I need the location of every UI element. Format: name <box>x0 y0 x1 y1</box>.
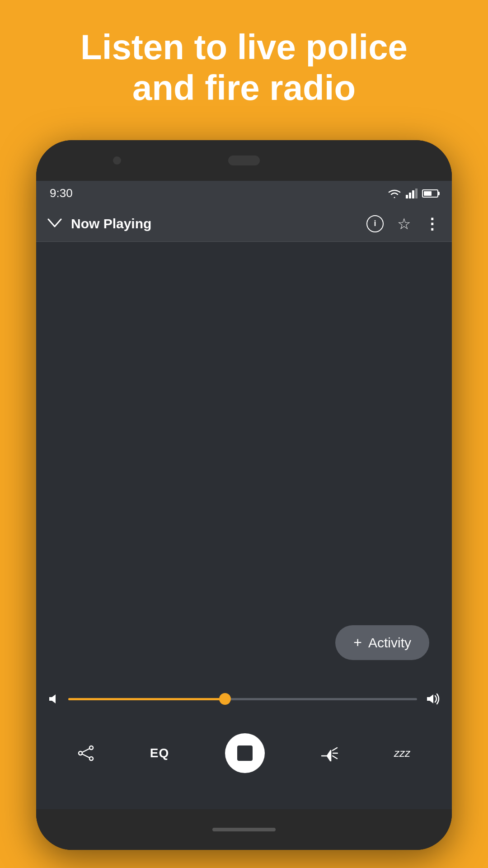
bottom-controls: EQ zzz <box>36 733 452 773</box>
phone-top-bar <box>36 140 452 181</box>
volume-thumb[interactable] <box>219 693 231 705</box>
phone-camera <box>113 156 121 165</box>
activity-button[interactable]: + Activity <box>335 625 429 660</box>
home-indicator <box>212 828 276 831</box>
svg-rect-0 <box>406 195 408 198</box>
back-button[interactable] <box>47 215 62 232</box>
svg-rect-3 <box>415 189 418 198</box>
app-header-right: i ☆ ⋮ <box>366 215 441 233</box>
stop-button[interactable] <box>225 733 265 773</box>
svg-marker-6 <box>49 694 56 703</box>
battery-icon <box>422 189 438 198</box>
svg-line-11 <box>82 749 89 752</box>
svg-line-16 <box>333 756 337 759</box>
svg-rect-1 <box>409 193 411 198</box>
phone-frame: 9:30 <box>36 140 452 850</box>
share-button[interactable] <box>78 745 94 761</box>
svg-line-12 <box>82 754 89 758</box>
app-header-left: Now Playing <box>47 215 151 232</box>
info-button[interactable]: i <box>366 215 384 232</box>
volume-row <box>47 693 441 705</box>
svg-rect-2 <box>412 190 414 198</box>
svg-marker-7 <box>427 694 433 703</box>
sleep-button[interactable]: zzz <box>394 747 410 760</box>
status-icons <box>388 189 438 198</box>
hero-line1: Listen to live police <box>80 27 408 67</box>
phone-bottom-bar <box>36 809 452 850</box>
svg-point-8 <box>79 751 82 755</box>
battery-tip <box>438 192 440 195</box>
phone-speaker <box>228 156 260 165</box>
battery-fill <box>424 191 432 196</box>
phone-screen: 9:30 <box>36 181 452 809</box>
signal-icon <box>406 189 418 198</box>
stop-icon <box>237 745 253 761</box>
screen-body: + Activity <box>36 242 452 809</box>
app-title: Now Playing <box>71 216 151 231</box>
volume-low-icon <box>47 693 60 705</box>
hero-line2: and fire radio <box>132 68 356 108</box>
favorite-button[interactable]: ☆ <box>397 215 411 233</box>
hero-headline: Listen to live police and fire radio <box>0 27 488 108</box>
svg-point-9 <box>89 746 93 750</box>
app-header: Now Playing i ☆ ⋮ <box>36 206 452 242</box>
status-bar: 9:30 <box>36 181 452 206</box>
activity-plus: + <box>353 634 362 651</box>
wifi-icon <box>388 189 401 198</box>
more-menu-button[interactable]: ⋮ <box>424 215 441 233</box>
alert-button[interactable] <box>321 745 338 761</box>
svg-line-15 <box>333 748 337 750</box>
status-time: 9:30 <box>50 186 73 200</box>
volume-track[interactable] <box>68 698 417 700</box>
eq-button[interactable]: EQ <box>150 746 169 760</box>
volume-high-icon <box>425 693 441 705</box>
activity-label: Activity <box>368 635 411 651</box>
svg-point-10 <box>89 757 93 760</box>
volume-fill <box>68 698 225 700</box>
